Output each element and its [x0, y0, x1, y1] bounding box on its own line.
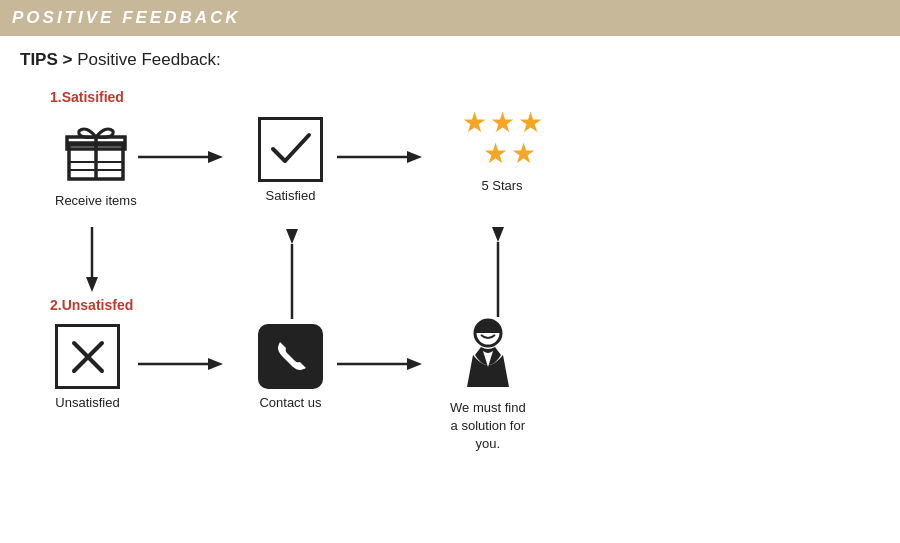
contact-phone-icon: [258, 324, 323, 389]
svg-marker-17: [286, 229, 298, 244]
node-solution: We must find a solution for you.: [450, 317, 526, 454]
svg-marker-16: [208, 358, 223, 370]
node-contact-label: Contact us: [259, 395, 321, 410]
svg-marker-8: [208, 151, 223, 163]
node-contact: Contact us: [258, 324, 323, 410]
arrow-satisfied-to-stars: [337, 147, 422, 167]
star-4: ★: [483, 140, 508, 168]
node-satisfied-label: Satisfied: [266, 188, 316, 203]
tips-prefix: TIPS: [20, 50, 58, 69]
svg-point-22: [480, 329, 484, 333]
star-2: ★: [490, 109, 515, 137]
arrow-contact-to-satisfied: [282, 229, 302, 319]
star-3: ★: [518, 109, 543, 137]
unsatisfied-x-icon: [55, 324, 120, 389]
node-unsatisfied-label: Unsatisfied: [55, 395, 119, 410]
arrow-receive-to-unsatisfied: [82, 227, 102, 292]
svg-marker-10: [407, 151, 422, 163]
svg-point-23: [492, 329, 496, 333]
arrow-solution-to-stars: [488, 227, 508, 317]
section2-label: 2.Unsatisfed: [50, 297, 133, 313]
header-triangle: [253, 0, 277, 36]
node-receive-label: Receive items: [55, 193, 137, 208]
svg-marker-24: [492, 227, 504, 242]
header-bar: POSITIVE FEEDBACK: [0, 0, 253, 36]
svg-marker-12: [86, 277, 98, 292]
arrow-contact-to-solution: [337, 354, 422, 374]
node-stars-label: 5 Stars: [481, 178, 522, 193]
arrow-receive-to-satisfied: [138, 147, 223, 167]
node-solution-label: We must find a solution for you.: [450, 399, 526, 454]
node-stars: ★ ★ ★ ★ ★ 5 Stars: [458, 109, 546, 193]
arrow-unsatisfied-to-contact: [138, 354, 223, 374]
node-satisfied: Satisfied: [258, 117, 323, 203]
satisfied-check-icon: [258, 117, 323, 182]
diagram: 1.Satisified Receive items: [0, 79, 840, 479]
star-5: ★: [511, 140, 536, 168]
node-unsatisfied: Unsatisfied: [55, 324, 120, 410]
header-title: POSITIVE FEEDBACK: [12, 8, 241, 28]
star-1: ★: [462, 109, 487, 137]
section1-label: 1.Satisified: [50, 89, 124, 105]
tips-separator: >: [63, 50, 78, 69]
node-receive: Receive items: [55, 117, 137, 208]
svg-marker-20: [407, 358, 422, 370]
solution-person-icon: [453, 317, 523, 397]
gift-icon: [61, 117, 131, 187]
stars-group: ★ ★ ★ ★ ★: [458, 109, 546, 168]
tips-text: Positive Feedback:: [77, 50, 221, 69]
